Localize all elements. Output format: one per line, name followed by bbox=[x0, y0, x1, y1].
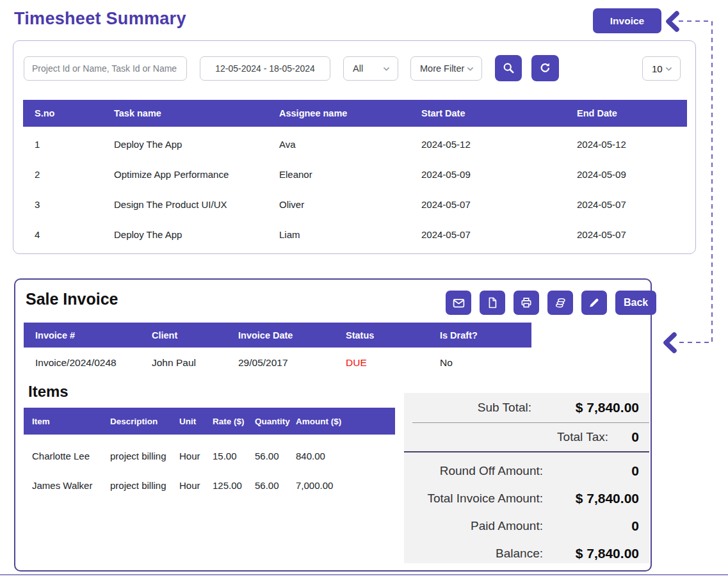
cell-rate: 125.00 bbox=[213, 480, 255, 491]
items-table-header: Item Description Unit Rate ($) Quantity … bbox=[24, 408, 395, 435]
cell-assignee: Ava bbox=[279, 139, 421, 150]
search-icon bbox=[502, 61, 515, 75]
items-table-body: Charlotte Lee project billing Hour 15.00… bbox=[24, 435, 395, 500]
table-row[interactable]: 2 Optimize App Performance Eleanor 2024-… bbox=[23, 159, 687, 189]
arrow-left-icon bbox=[666, 335, 674, 351]
search-button[interactable] bbox=[495, 55, 522, 81]
document-icon bbox=[486, 296, 499, 309]
cell-quantity: 56.00 bbox=[255, 480, 296, 491]
cell-description: project billing bbox=[110, 480, 179, 491]
sale-invoice-title: Sale Invoice bbox=[26, 290, 118, 308]
total-tax-value: 0 bbox=[608, 429, 639, 445]
cell-description: project billing bbox=[110, 451, 179, 461]
cell-amount: 7,000.00 bbox=[296, 480, 395, 491]
cell-task: Deploy The App bbox=[114, 229, 279, 240]
table-row[interactable]: 3 Design The Product UI/UX Oliver 2024-0… bbox=[23, 189, 687, 220]
invoice-table-header: Invoice # Client Invoice Date Status Is … bbox=[24, 323, 531, 348]
search-input[interactable] bbox=[24, 56, 187, 81]
cell-item: James Walker bbox=[24, 480, 110, 491]
status-badge: DUE bbox=[346, 357, 440, 369]
items-table: Item Description Unit Rate ($) Quantity … bbox=[24, 408, 395, 500]
item-row: Charlotte Lee project billing Hour 15.00… bbox=[24, 441, 395, 470]
cell-assignee: Liam bbox=[279, 229, 421, 240]
payments-button[interactable] bbox=[547, 291, 573, 315]
cell-unit: Hour bbox=[179, 451, 213, 461]
cell-task: Optimize App Performance bbox=[114, 169, 279, 180]
item-row: James Walker project billing Hour 125.00… bbox=[24, 470, 395, 500]
balance-value: $ 7,840.00 bbox=[543, 546, 639, 561]
total-tax-label: Total Tax: bbox=[557, 430, 608, 444]
table-row[interactable]: 1 Deploy The App Ava 2024-05-12 2024-05-… bbox=[23, 129, 687, 159]
cell-sno: 3 bbox=[23, 199, 114, 210]
status-filter-value: All bbox=[353, 63, 363, 74]
column-header: Start Date bbox=[421, 108, 577, 118]
edit-button[interactable] bbox=[581, 291, 607, 315]
page: Timesheet Summary Invoice All More Filte… bbox=[0, 0, 728, 576]
total-invoice-value: $ 7,840.00 bbox=[543, 491, 639, 506]
invoice-totals: Sub Total: $ 7,840.00 Total Tax: 0 Round… bbox=[404, 393, 649, 563]
page-size-select[interactable]: 10 bbox=[642, 56, 681, 81]
invoice-row: Invoice/2024/0248 John Paul 29/05/2017 D… bbox=[24, 348, 531, 378]
cell-sno: 1 bbox=[23, 139, 114, 150]
balance-row: Balance: $ 7,840.00 bbox=[404, 540, 649, 567]
totals-bottom-section: Round Off Amount: 0 Total Invoice Amount… bbox=[404, 452, 649, 567]
document-button[interactable] bbox=[480, 291, 505, 315]
round-off-row: Round Off Amount: 0 bbox=[404, 457, 649, 484]
round-off-label: Round Off Amount: bbox=[440, 464, 543, 478]
cell-unit: Hour bbox=[179, 480, 213, 491]
edit-icon bbox=[588, 296, 601, 309]
column-header: Is Draft? bbox=[440, 330, 531, 340]
chevron-down-icon bbox=[465, 63, 476, 74]
cell-task: Design The Product UI/UX bbox=[114, 199, 279, 210]
more-filter-select[interactable]: More Filter bbox=[410, 56, 482, 81]
total-invoice-row: Total Invoice Amount: $ 7,840.00 bbox=[404, 484, 649, 512]
back-button[interactable]: Back bbox=[615, 291, 656, 315]
column-header: Invoice Date bbox=[238, 330, 346, 340]
cell-end-date: 2024-05-09 bbox=[577, 169, 687, 180]
print-button[interactable] bbox=[514, 291, 539, 315]
cell-start-date: 2024-05-07 bbox=[421, 199, 577, 210]
column-header: End Date bbox=[577, 108, 687, 118]
total-tax-row: Total Tax: 0 bbox=[404, 423, 649, 451]
column-header: S.no bbox=[23, 108, 114, 118]
subtotal-value: $ 7,840.00 bbox=[531, 400, 639, 415]
invoice-button[interactable]: Invoice bbox=[593, 8, 661, 33]
total-invoice-label: Total Invoice Amount: bbox=[427, 492, 543, 506]
cell-end-date: 2024-05-12 bbox=[577, 139, 687, 150]
paid-amount-value: 0 bbox=[543, 518, 639, 534]
cell-sno: 4 bbox=[23, 229, 114, 240]
cell-start-date: 2024-05-09 bbox=[421, 169, 577, 180]
subtotal-row: Sub Total: $ 7,840.00 bbox=[404, 393, 649, 422]
date-range-input[interactable] bbox=[200, 56, 330, 81]
cell-assignee: Oliver bbox=[279, 199, 421, 210]
column-header: Task name bbox=[114, 108, 279, 118]
paid-amount-row: Paid Amount: 0 bbox=[404, 512, 649, 540]
column-header: Rate ($) bbox=[213, 417, 255, 426]
cell-rate: 15.00 bbox=[213, 451, 255, 461]
cell-end-date: 2024-05-07 bbox=[577, 229, 687, 240]
cell-invoice-date: 29/05/2017 bbox=[238, 357, 346, 369]
column-header: Invoice # bbox=[24, 330, 152, 340]
more-filter-value: More Filter bbox=[420, 63, 464, 74]
column-header: Assignee name bbox=[279, 108, 421, 118]
cell-quantity: 56.00 bbox=[255, 451, 296, 461]
cell-invoice-number: Invoice/2024/0248 bbox=[24, 357, 152, 369]
email-icon bbox=[452, 296, 465, 310]
subtotal-label: Sub Total: bbox=[478, 401, 531, 415]
items-title: Items bbox=[28, 383, 69, 401]
cell-assignee: Eleanor bbox=[279, 169, 421, 180]
page-title: Timesheet Summary bbox=[14, 9, 186, 29]
cell-item: Charlotte Lee bbox=[24, 451, 110, 461]
table-row[interactable]: 4 Deploy The App Liam 2024-05-07 2024-05… bbox=[23, 220, 687, 250]
column-header: Quantity bbox=[255, 417, 296, 426]
timesheet-panel: All More Filter 10 S.no T bbox=[13, 40, 696, 254]
cell-client: John Paul bbox=[152, 357, 238, 369]
timesheet-table-header: S.no Task name Assignee name Start Date … bbox=[23, 100, 687, 127]
cell-start-date: 2024-05-07 bbox=[421, 229, 577, 240]
refresh-button[interactable] bbox=[531, 55, 559, 81]
cell-end-date: 2024-05-07 bbox=[577, 199, 687, 210]
column-header: Item bbox=[24, 417, 110, 426]
email-invoice-button[interactable] bbox=[446, 291, 471, 315]
page-bottom-border bbox=[0, 574, 728, 575]
status-filter-select[interactable]: All bbox=[343, 56, 398, 81]
